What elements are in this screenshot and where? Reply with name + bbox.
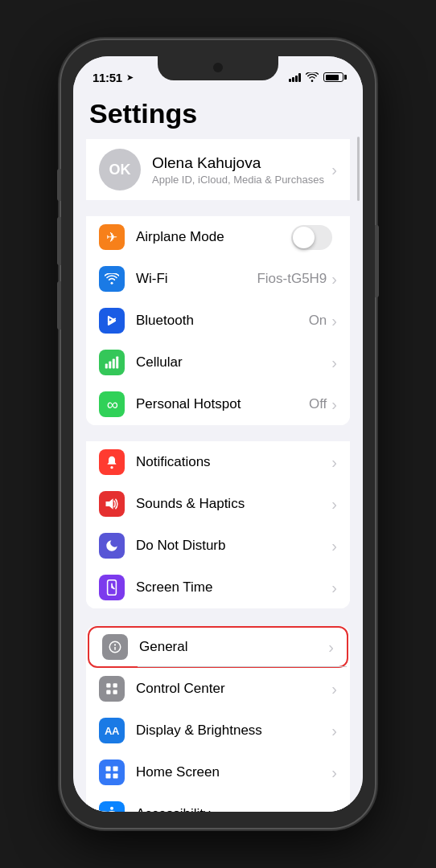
svg-rect-0	[105, 364, 108, 369]
accessibility-label: Accessibility	[136, 806, 331, 812]
notch	[158, 56, 278, 80]
screen-time-icon	[99, 575, 125, 600]
home-screen-label: Home Screen	[136, 764, 331, 780]
phone-frame: 11:51 ➤	[61, 40, 375, 828]
svg-rect-11	[106, 767, 111, 772]
svg-rect-3	[116, 357, 118, 369]
signal-icon	[289, 72, 301, 82]
wifi-status-icon	[306, 72, 319, 82]
airplane-mode-label: Airplane Mode	[136, 229, 291, 245]
wifi-icon	[99, 266, 125, 292]
svg-rect-13	[106, 774, 111, 779]
control-center-chevron	[331, 680, 337, 698]
svg-rect-1	[109, 362, 111, 369]
sounds-chevron	[331, 495, 337, 514]
screen-time-chevron	[331, 579, 337, 597]
spacer	[73, 208, 363, 216]
avatar: OK	[99, 149, 141, 190]
volume-up-button	[57, 217, 61, 265]
wifi-label: Wi-Fi	[136, 271, 257, 287]
general-label: General	[139, 639, 328, 655]
control-center-label: Control Center	[136, 681, 331, 697]
volume-down-button	[57, 281, 61, 330]
cellular-chevron	[331, 354, 337, 372]
power-button	[375, 225, 379, 297]
spacer3	[73, 616, 363, 624]
home-screen-icon	[99, 760, 125, 785]
svg-rect-12	[113, 767, 118, 772]
accessibility-icon	[99, 801, 125, 812]
control-center-row[interactable]: Control Center	[86, 668, 350, 710]
airplane-mode-row[interactable]: ✈ Airplane Mode	[86, 216, 350, 258]
display-brightness-chevron	[331, 722, 337, 740]
svg-rect-10	[113, 690, 117, 694]
cellular-label: Cellular	[136, 354, 331, 371]
general-row[interactable]: General	[88, 626, 348, 668]
profile-row[interactable]: OK Olena Kahujova Apple ID, iCloud, Medi…	[86, 139, 350, 200]
wifi-row[interactable]: Wi-Fi Fios-tG5H9	[86, 258, 350, 300]
location-icon: ➤	[126, 72, 134, 83]
do-not-disturb-label: Do Not Disturb	[136, 538, 331, 554]
home-screen-row[interactable]: Home Screen	[86, 751, 350, 793]
bluetooth-row[interactable]: Bluetooth On	[86, 300, 350, 342]
connectivity-section: ✈ Airplane Mode	[73, 216, 363, 425]
general-icon	[102, 634, 128, 660]
accessibility-row[interactable]: Accessibility	[86, 793, 350, 812]
accessibility-chevron	[331, 805, 337, 813]
svg-rect-14	[113, 774, 118, 779]
airplane-mode-icon: ✈	[99, 224, 125, 250]
sounds-haptics-label: Sounds & Haptics	[136, 496, 331, 512]
bluetooth-chevron	[331, 312, 337, 330]
svg-rect-9	[106, 690, 110, 694]
wifi-value: Fios-tG5H9	[257, 271, 327, 287]
personal-hotspot-row[interactable]: ∞ Personal Hotspot Off	[86, 383, 350, 425]
home-screen-chevron	[331, 764, 337, 782]
phone-screen: 11:51 ➤	[73, 56, 363, 812]
screen-time-label: Screen Time	[136, 579, 331, 596]
profile-chevron	[331, 161, 337, 179]
display-brightness-label: Display & Brightness	[136, 723, 331, 739]
system-section: General Control C	[73, 626, 363, 812]
do-not-disturb-row[interactable]: Do Not Disturb	[86, 525, 350, 567]
battery-icon	[323, 72, 343, 82]
svg-rect-2	[113, 359, 115, 369]
display-brightness-row[interactable]: AA Display & Brightness	[86, 710, 350, 751]
notifications-label: Notifications	[136, 454, 331, 470]
svg-marker-5	[106, 498, 113, 510]
profile-info: Olena Kahujova Apple ID, iCloud, Media &…	[152, 154, 331, 186]
dnd-chevron	[331, 537, 337, 555]
hotspot-value: Off	[309, 396, 327, 412]
page-title: Settings	[73, 92, 363, 139]
profile-subtitle: Apple ID, iCloud, Media & Purchases	[152, 174, 331, 186]
screen-time-row[interactable]: Screen Time	[86, 567, 350, 608]
bluetooth-label: Bluetooth	[136, 313, 309, 329]
cellular-icon	[99, 350, 125, 375]
svg-rect-7	[106, 683, 110, 687]
status-time: 11:51	[93, 71, 122, 84]
notifications-row[interactable]: Notifications	[86, 441, 350, 483]
svg-rect-8	[113, 683, 117, 687]
notifications-section: Notifications Sounds & Haptics	[73, 441, 363, 608]
airplane-mode-toggle[interactable]	[291, 225, 332, 250]
svg-point-15	[110, 807, 113, 810]
cellular-row[interactable]: Cellular	[86, 342, 350, 383]
sounds-icon	[99, 491, 125, 517]
bluetooth-icon	[99, 308, 125, 334]
display-brightness-icon: AA	[99, 718, 125, 743]
notifications-chevron	[331, 453, 337, 472]
hotspot-chevron	[331, 395, 337, 414]
profile-name: Olena Kahujova	[152, 154, 331, 172]
wifi-chevron	[331, 270, 337, 289]
spacer2	[73, 433, 363, 441]
sounds-haptics-row[interactable]: Sounds & Haptics	[86, 483, 350, 525]
do-not-disturb-icon	[99, 533, 125, 559]
control-center-icon	[99, 676, 125, 702]
bluetooth-value: On	[309, 313, 327, 329]
svg-point-4	[110, 466, 113, 469]
general-chevron	[328, 638, 334, 657]
screen-content: Settings OK Olena Kahujova Apple ID, iCl…	[73, 92, 363, 812]
notifications-icon	[99, 449, 125, 475]
scroll-indicator	[357, 137, 360, 201]
profile-section: OK Olena Kahujova Apple ID, iCloud, Medi…	[73, 139, 363, 200]
mute-button	[57, 169, 61, 201]
